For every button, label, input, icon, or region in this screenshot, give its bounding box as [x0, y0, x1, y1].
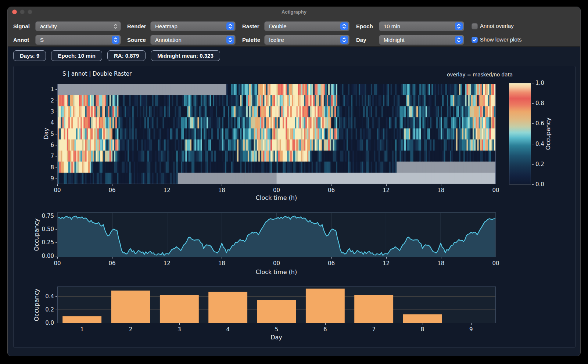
- x-tick-label: 9: [469, 326, 473, 333]
- chevron-up-down-icon: [340, 36, 348, 44]
- y-tick-label: 4: [38, 119, 54, 126]
- y-tick-label: 0.00: [38, 253, 54, 259]
- heatmap-title: S | annot | Double Raster: [62, 71, 132, 77]
- x-tick-label: 4: [226, 326, 230, 333]
- label-annot: Annot: [13, 35, 29, 45]
- render-select[interactable]: Heatmap: [150, 21, 236, 31]
- x-tick-label: 00: [54, 187, 61, 194]
- x-tick-label: 00: [273, 260, 280, 267]
- y-tick-mark: [55, 156, 57, 156]
- y-tick-mark: [55, 229, 57, 230]
- x-tick-label: 06: [328, 260, 335, 267]
- x-tick-label: 18: [437, 260, 444, 267]
- label-day: Day: [356, 35, 366, 45]
- y-tick-mark: [55, 310, 57, 310]
- heatmap-xlabel: Clock time (h): [256, 194, 297, 201]
- x-tick-label: 12: [383, 187, 390, 194]
- chevron-up-down-icon: [226, 36, 234, 44]
- bar-day-4: [208, 292, 247, 323]
- y-tick-mark: [55, 112, 57, 112]
- bar-plot-svg: [58, 287, 495, 323]
- y-tick-mark: [55, 101, 57, 101]
- annot-select[interactable]: S: [35, 35, 121, 45]
- x-tick-mark: [441, 257, 441, 259]
- y-tick-mark: [55, 256, 57, 256]
- y-tick-label: 0.25: [38, 239, 54, 246]
- heatmap-canvas: [57, 84, 496, 184]
- x-tick-mark: [496, 184, 496, 186]
- barplot-xlabel: Day: [270, 334, 282, 341]
- x-tick-mark: [386, 184, 387, 186]
- annot-overlay-checkbox[interactable]: [472, 23, 478, 29]
- x-tick-mark: [496, 257, 496, 259]
- x-tick-mark: [325, 323, 326, 325]
- epoch-select[interactable]: 10 min: [379, 21, 464, 31]
- x-tick-mark: [471, 323, 472, 325]
- y-tick-label: 9: [38, 175, 54, 182]
- plot-panel: S | annot | Double Raster overlay = mask…: [13, 66, 576, 348]
- y-tick-label: 0.4: [38, 293, 54, 300]
- x-tick-mark: [57, 184, 58, 186]
- palette-select-value: Icefire: [265, 37, 340, 43]
- colorbar: [509, 83, 531, 184]
- y-tick-label: 2: [38, 97, 54, 104]
- x-tick-mark: [112, 184, 112, 186]
- x-tick-mark: [441, 184, 441, 186]
- bar-day-5: [257, 300, 296, 323]
- y-tick-mark: [55, 145, 57, 145]
- y-tick-mark: [55, 242, 57, 243]
- raster-select[interactable]: Double: [264, 21, 349, 31]
- chevron-up-down-icon: [112, 36, 119, 44]
- x-tick-mark: [179, 323, 180, 325]
- bar-day-3: [160, 295, 199, 323]
- x-tick-label: 2: [129, 326, 133, 333]
- x-tick-label: 8: [421, 326, 424, 333]
- show-lower-plots-label: Show lower plots: [480, 36, 521, 43]
- epoch-select-value: 10 min: [379, 23, 455, 29]
- colorbar-label: Occupancy: [545, 118, 552, 150]
- x-tick-label: 6: [323, 326, 327, 333]
- x-tick-label: 18: [218, 187, 225, 194]
- colorbar-tick-label: 0.2: [535, 161, 544, 167]
- toolbar: SignalactivityRenderHeatmapRasterDoubleE…: [8, 17, 580, 47]
- x-tick-mark: [167, 257, 167, 259]
- lineplot-xlabel: Clock time (h): [256, 269, 297, 275]
- colorbar-tick-label: 0.8: [535, 100, 544, 107]
- app-window: Actigraphy SignalactivityRenderHeatmapRa…: [7, 7, 581, 356]
- chevron-up-down-icon: [455, 36, 463, 44]
- x-tick-mark: [167, 184, 167, 186]
- x-tick-mark: [331, 257, 332, 259]
- x-tick-mark: [423, 323, 423, 325]
- x-tick-label: 1: [80, 326, 84, 333]
- chevron-up-down-icon: [226, 22, 234, 30]
- line-plot-svg: [58, 213, 495, 257]
- source-select[interactable]: Annotation: [150, 35, 236, 45]
- colorbar-tick-mark: [532, 144, 534, 144]
- x-tick-label: 06: [109, 187, 116, 194]
- x-tick-mark: [386, 257, 387, 259]
- y-tick-mark: [55, 134, 57, 134]
- stat-ra: RA: 0.879: [107, 50, 146, 61]
- x-tick-mark: [277, 184, 277, 186]
- x-tick-label: 00: [492, 187, 499, 194]
- x-tick-label: 12: [164, 187, 171, 194]
- y-tick-label: 7: [38, 153, 54, 159]
- y-tick-label: 3: [38, 108, 54, 115]
- colorbar-tick-mark: [532, 184, 534, 185]
- signal-select[interactable]: activity: [35, 21, 121, 31]
- stats-row: Days: 9Epoch: 10 minRA: 0.879Midnight me…: [13, 50, 220, 61]
- colorbar-tick-mark: [532, 103, 534, 104]
- x-tick-mark: [82, 323, 82, 325]
- palette-select[interactable]: Icefire: [264, 35, 349, 45]
- x-tick-label: 00: [54, 260, 61, 267]
- content: Days: 9Epoch: 10 minRA: 0.879Midnight me…: [8, 47, 580, 356]
- day-select[interactable]: Midnight: [379, 35, 464, 45]
- y-tick-label: 0.50: [38, 226, 54, 233]
- colorbar-tick-label: 1.0: [535, 80, 544, 86]
- label-palette: Palette: [242, 35, 260, 45]
- heatmap-annotation: overlay = masked/no data: [447, 72, 513, 78]
- x-tick-mark: [277, 257, 277, 259]
- colorbar-tick-label: 0.6: [535, 120, 544, 127]
- y-tick-label: 0.75: [38, 213, 54, 219]
- show-lower-plots-checkbox[interactable]: [472, 37, 478, 43]
